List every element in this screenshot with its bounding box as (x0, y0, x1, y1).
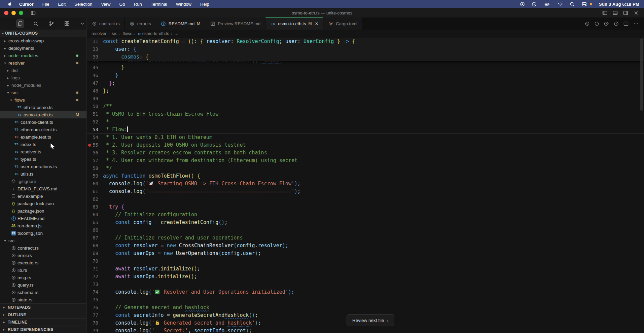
next-change-icon[interactable] (604, 21, 609, 26)
code-line-69[interactable]: 69 const userOps = new UserOperations(co… (87, 250, 644, 257)
menu-item-help[interactable]: Help (200, 2, 209, 7)
sidebar-item-index-ts[interactable]: TSindex.ts (0, 141, 86, 148)
search-icon[interactable] (32, 19, 40, 28)
code-line-68[interactable]: 68 const resolver = new CrossChainResolv… (87, 242, 644, 250)
battery-icon[interactable] (543, 2, 551, 7)
wifi-icon[interactable] (558, 2, 563, 7)
code-line-67[interactable]: 67 // Initialize resolver and user opera… (87, 234, 644, 242)
code-line-70[interactable]: 70 (87, 257, 644, 265)
app-menu-cursor[interactable]: Cursor (19, 2, 34, 7)
sidebar-item-package-lock-json[interactable]: {}package-lock.json (0, 200, 86, 207)
sidebar-item-src[interactable]: ▾src (0, 237, 86, 244)
code-line-60[interactable]: 60 console.log(' Starting OSMO -> ETH Cr… (87, 180, 644, 188)
sidebar-item-osmo-to-eth-ts[interactable]: TSosmo-to-eth.tsM (0, 111, 86, 118)
code-line-66[interactable]: 66 (87, 226, 644, 234)
sidebar-item-tsconfig-json[interactable]: TStsconfig.json (0, 229, 86, 237)
code-line-74[interactable]: 74 console.log(' Resolver and User Opera… (87, 288, 644, 296)
menu-item-window[interactable]: Window (176, 2, 191, 7)
sidebar-item-error-rs[interactable]: Rerror.rs (0, 252, 86, 259)
tab-contract-rs[interactable]: Rcontract.rs (87, 17, 125, 30)
panel-right-icon[interactable] (623, 10, 628, 15)
code-line-11[interactable]: 11const createTestnetConfig = (): { reso… (87, 38, 644, 45)
more-icon[interactable] (633, 21, 639, 26)
code-line-45[interactable]: 45 } (87, 64, 644, 72)
sidebar-item-src[interactable]: ▾src (0, 89, 86, 96)
code-line-33[interactable]: 33 user: { (87, 45, 644, 53)
code-line-64[interactable]: 64 // Initialize configuration (87, 211, 644, 219)
code-line-75[interactable]: 75 (87, 296, 644, 304)
tab-error-rs[interactable]: Rerror.rs (125, 17, 156, 30)
sidebar-item-types-ts[interactable]: TStypes.ts (0, 155, 86, 163)
sidebar-item-readme-md[interactable]: README.md (0, 215, 86, 222)
sidebar-item-resolver-ts[interactable]: TSresolver.ts (0, 148, 86, 155)
sidebar-item-env-example[interactable]: ☰env.example (0, 192, 86, 200)
code-line-52[interactable]: 52 * (87, 118, 644, 126)
sidebar-item-lib-rs[interactable]: Rlib.rs (0, 266, 86, 274)
code-editor[interactable]: 44 denom: process.env.OSMOSIS_TESTNET_DE… (87, 38, 644, 333)
sidebar-item-cross-chain-swap[interactable]: ▸cross-chain-swap (0, 37, 86, 44)
grid-icon[interactable] (63, 19, 71, 28)
breakpoint-dot[interactable] (88, 144, 91, 147)
explorer-header[interactable]: ▾ UNITE-COSMOS (0, 30, 86, 37)
sidebar-item-node-modules[interactable]: ▸node_modules (0, 81, 86, 89)
menu-item-selection[interactable]: Selection (74, 2, 92, 7)
tab-osmo-to-eth-ts[interactable]: TSosmo-to-eth.tsM✕ (265, 17, 323, 30)
code-line-57[interactable]: 57 * 4. User can withdraw from destinati… (87, 157, 644, 164)
code-line-63[interactable]: 63 try { (87, 203, 644, 211)
code-line-48[interactable]: 48}; (87, 87, 644, 95)
sidebar-section-outline[interactable]: ▸OUTLINE (0, 311, 86, 318)
source-control-icon[interactable] (47, 19, 56, 28)
sidebar-item-demo-flows-md[interactable]: ↓DEMO_FLOWS.md (0, 185, 86, 192)
sidebar-toggle-icon[interactable] (31, 10, 36, 15)
code-line-51[interactable]: 51 * OSMO to ETH Cross-Chain Escrow Flow (87, 110, 644, 118)
code-line-76[interactable]: 76 // Generate secret and hashlock (87, 304, 644, 311)
menu-item-run[interactable]: Run (134, 2, 142, 7)
menubar-clock[interactable]: Sun 3 Aug 6:18 PM (599, 2, 639, 7)
code-line-54[interactable]: 54 * 1. User wants 0.1 ETH on Ethereum (87, 134, 644, 141)
code-line-46[interactable]: 46 } (87, 72, 644, 79)
sidebar-item-user-operations-ts[interactable]: TSuser-operations.ts (0, 163, 86, 170)
code-line-39[interactable]: 39 cosmos: { (87, 53, 644, 61)
close-tab-icon[interactable]: ✕ (315, 21, 318, 26)
code-line-62[interactable]: 62 (87, 195, 644, 203)
tab-preview-readme-md[interactable]: Preview README.md (205, 17, 265, 30)
breadcrumb-item-resolver[interactable]: resolver (92, 31, 106, 36)
sidebar-item-ethereum-client-ts[interactable]: TSethereum-client.ts (0, 126, 86, 133)
code-line-49[interactable]: 49 (87, 95, 644, 103)
sidebar-item-msg-rs[interactable]: Rmsg.rs (0, 274, 86, 281)
sidebar-item-eth-to-osmo-ts[interactable]: TSeth-to-osmo.ts (0, 104, 86, 111)
sidebar-item-state-rs[interactable]: Rstate.rs (0, 296, 86, 303)
code-line-56[interactable]: 56 * 3. Resolver creates escrow contract… (87, 149, 644, 157)
code-line-79[interactable]: 79 console.log(' Secret:', secretInfo.se… (87, 327, 644, 333)
code-line-59[interactable]: 59async function osmoToEthFlow() { (87, 172, 644, 180)
code-line-71[interactable]: 71 await resolver.initialize(); (87, 265, 644, 273)
breadcrumb-item-osmo-to-eth-ts[interactable]: TS osmo-to-eth.ts (138, 31, 169, 36)
play-circle-icon[interactable] (532, 2, 537, 7)
code-line-53[interactable]: 53 * Flow: (87, 126, 644, 134)
code-line-58[interactable]: 58 */ (87, 164, 644, 172)
code-line-73[interactable]: 73 (87, 281, 644, 288)
sidebar-item-schema-rs[interactable]: Rschema.rs (0, 289, 86, 296)
sidebar-item-node-modules[interactable]: ▸node_modules (0, 52, 86, 59)
sidebar-item-execute-rs[interactable]: Rexecute.rs (0, 259, 86, 266)
record-icon[interactable] (520, 2, 525, 7)
minimize-window-button[interactable] (11, 11, 16, 15)
menu-item-go[interactable]: Go (119, 2, 125, 7)
close-window-button[interactable] (4, 11, 8, 15)
zoom-window-button[interactable] (19, 11, 23, 15)
sidebar-item-contract-rs[interactable]: Rcontract.rs (0, 244, 86, 252)
code-line-72[interactable]: 72 await userOps.initialize(); (87, 273, 644, 281)
code-line-55[interactable]: 55 * 2. User deposits 100 OSMO on Osmosi… (87, 141, 644, 149)
breadcrumb-item-src[interactable]: src (112, 31, 117, 36)
panel-left-icon[interactable] (602, 10, 607, 15)
sidebar-section-timeline[interactable]: ▸TIMELINE (0, 318, 86, 326)
code-line-61[interactable]: 61 console.log('========================… (87, 188, 644, 195)
sidebar-item-deployments[interactable]: ▸deployments (0, 44, 86, 52)
code-line-50[interactable]: 50/** (87, 103, 644, 110)
history-icon[interactable] (614, 21, 619, 26)
sidebar-item-package-json[interactable]: {}package.json (0, 207, 86, 215)
menu-item-file[interactable]: File (42, 2, 49, 7)
sidebar-item-run-demo-js[interactable]: JSrun-demo.js (0, 222, 86, 229)
editor-scrollbar[interactable] (640, 38, 643, 111)
sidebar-section-notepads[interactable]: ▸NOTEPADS (0, 303, 86, 311)
